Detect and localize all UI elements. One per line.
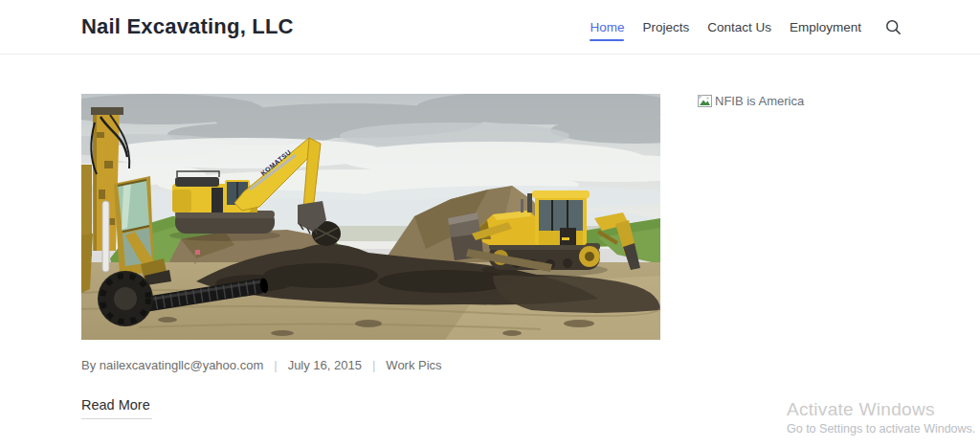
read-more-link[interactable]: Read More	[81, 397, 152, 419]
post-featured-image[interactable]: KOMATSU	[81, 94, 660, 340]
nav-item-contact-us[interactable]: Contact Us	[707, 20, 771, 34]
sidebar-nfib-widget[interactable]: NFIB is America	[698, 94, 804, 108]
site-header: Nail Excavating, LLC Home Projects Conta…	[0, 0, 980, 55]
windows-activation-watermark: Activate Windows Go to Settings to activ…	[787, 399, 975, 436]
post-category-link[interactable]: Work Pics	[386, 358, 441, 372]
meta-separator: |	[372, 358, 375, 372]
broken-image-icon	[698, 95, 712, 107]
watermark-subtitle: Go to Settings to activate Windows.	[787, 422, 975, 436]
site-title[interactable]: Nail Excavating, LLC	[81, 14, 294, 39]
nav-item-projects[interactable]: Projects	[642, 20, 689, 34]
post-date: July 16, 2015	[288, 358, 362, 372]
widget-alt-text: NFIB is America	[715, 94, 804, 108]
post-author[interactable]: By nailexcavatingllc@yahoo.com	[81, 358, 263, 372]
nav-item-home[interactable]: Home	[590, 20, 624, 34]
excavation-photo: KOMATSU	[81, 94, 660, 340]
search-icon	[885, 19, 902, 35]
watermark-title: Activate Windows	[787, 399, 975, 420]
meta-separator: |	[274, 358, 277, 372]
nav-item-employment[interactable]: Employment	[790, 20, 861, 34]
post-meta: By nailexcavatingllc@yahoo.com | July 16…	[81, 358, 442, 372]
search-button[interactable]	[883, 17, 903, 37]
main-nav: Home Projects Contact Us Employment	[590, 17, 903, 37]
